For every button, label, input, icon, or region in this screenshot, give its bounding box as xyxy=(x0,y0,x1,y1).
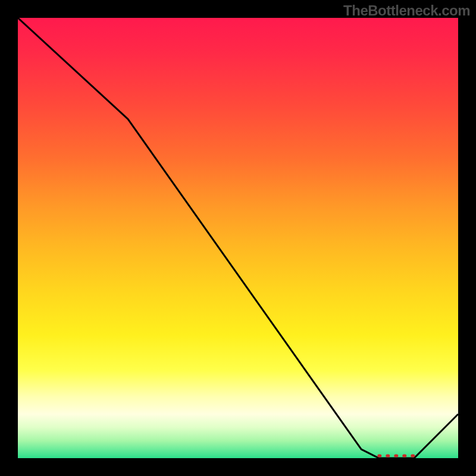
chart-frame: TheBottleneck.com xyxy=(0,0,476,476)
chart-svg xyxy=(18,18,458,458)
bottleneck-curve xyxy=(18,18,458,458)
plot-area xyxy=(18,18,458,458)
watermark-text: TheBottleneck.com xyxy=(343,2,470,19)
